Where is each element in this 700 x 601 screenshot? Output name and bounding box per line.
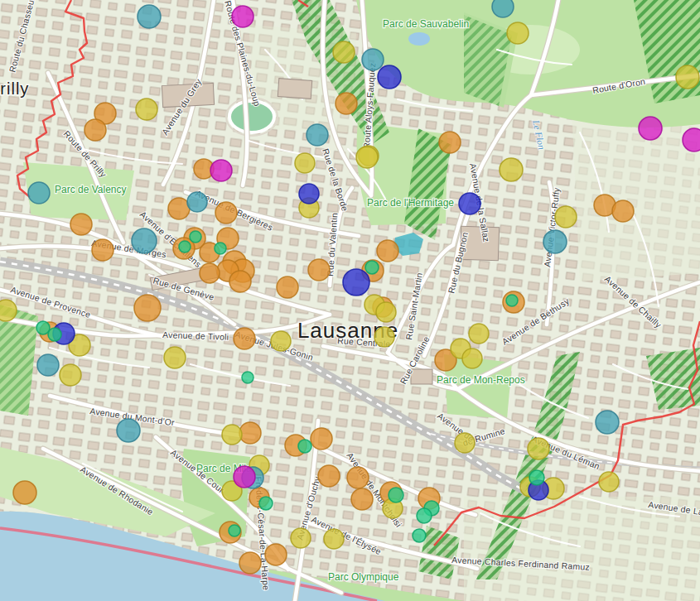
map-marker-yellow[interactable] [599,472,619,492]
map-marker-orange[interactable] [13,481,36,504]
map-marker-blue[interactable] [343,269,369,296]
map-marker-yellow[interactable] [374,327,394,347]
map-marker-yellow[interactable] [555,206,577,228]
map-marker-magenta[interactable] [210,160,232,181]
map-marker-green[interactable] [215,243,226,254]
map-marker-green[interactable] [242,372,253,383]
map-marker-orange[interactable] [215,202,237,224]
map-marker-yellow[interactable] [462,349,482,368]
map-marker-orange[interactable] [84,119,106,141]
map-marker-green[interactable] [529,470,544,485]
map-marker-teal[interactable] [117,419,140,442]
map-marker-yellow[interactable] [222,425,242,445]
map-marker-yellow[interactable] [271,331,291,351]
map-marker-orange[interactable] [70,214,92,235]
map-marker-yellow[interactable] [455,433,475,453]
map-marker-yellow[interactable] [291,528,311,548]
map-marker-magenta[interactable] [683,128,700,151]
park-label: Parc de Valency [55,184,127,195]
map-marker-green[interactable] [179,241,191,252]
map-marker-orange[interactable] [200,263,220,283]
map-marker-orange[interactable] [92,239,113,261]
map-marker-green[interactable] [417,508,432,523]
map-marker-teal[interactable] [187,192,207,212]
map-marker-teal[interactable] [28,182,50,204]
map-marker-yellow[interactable] [164,347,186,368]
map-marker-yellow[interactable] [469,324,489,344]
map-marker-yellow[interactable] [376,302,396,322]
map-marker-yellow[interactable] [324,529,344,549]
map-marker-green[interactable] [48,328,61,341]
map-marker-green[interactable] [389,488,403,502]
map-marker-yellow[interactable] [0,300,17,321]
sauvabelin-pond [408,32,430,46]
map-marker-yellow[interactable] [136,99,157,120]
map-marker-yellow[interactable] [295,153,315,173]
map-marker-magenta[interactable] [232,6,253,27]
map-marker-magenta[interactable] [234,466,255,488]
park-label: Parc de Mon-Repos [437,374,525,386]
map-marker-orange[interactable] [612,200,634,222]
map-marker-orange[interactable] [239,552,261,574]
map-marker-orange[interactable] [351,488,373,510]
map-marker-yellow[interactable] [676,65,699,89]
park-label: Parc de Sauvabelin [383,18,469,30]
map-marker-teal[interactable] [307,124,328,146]
map-marker-teal[interactable] [132,228,157,253]
map-marker-green[interactable] [365,261,379,274]
map-marker-green[interactable] [259,497,273,510]
map-marker-green[interactable] [229,525,240,536]
map-marker-teal[interactable] [362,49,384,70]
map-marker-orange[interactable] [134,295,161,321]
map-marker-teal[interactable] [138,5,161,28]
map-marker-green[interactable] [190,231,201,243]
map-marker-orange[interactable] [318,465,340,487]
map-marker-yellow[interactable] [507,22,529,44]
map-marker-orange[interactable] [311,428,332,450]
map-marker-magenta[interactable] [639,117,662,140]
map-marker-blue[interactable] [299,184,319,204]
map-marker-yellow[interactable] [356,147,378,168]
map-marker-orange[interactable] [439,132,461,153]
park-label: Parc Olympique [328,571,399,583]
map-marker-orange[interactable] [239,422,261,444]
map-marker-yellow[interactable] [500,158,523,181]
map-canvas: Route du ChasseurRoute de PrillyAvenue d… [0,0,700,601]
map-marker-blue[interactable] [378,65,401,89]
map-marker-yellow[interactable] [333,41,355,63]
map-marker-teal[interactable] [543,230,567,253]
pontaise-building [278,79,311,99]
map-marker-orange[interactable] [265,544,287,565]
map-marker-green[interactable] [298,440,311,453]
map-marker-green[interactable] [413,529,426,542]
map-marker-teal[interactable] [37,354,59,376]
map-marker-yellow[interactable] [528,438,549,459]
map-marker-orange[interactable] [377,240,398,262]
map-marker-orange[interactable] [229,271,251,292]
map-marker-orange[interactable] [277,276,298,298]
map-viewport[interactable]: Route du ChasseurRoute de PrillyAvenue d… [0,0,700,601]
map-marker-blue[interactable] [459,193,480,214]
map-marker-yellow[interactable] [60,364,81,386]
city-label: Prilly [0,79,29,98]
map-marker-orange[interactable] [168,198,190,219]
map-marker-green[interactable] [506,295,518,306]
map-marker-teal[interactable] [492,0,514,17]
map-marker-teal[interactable] [596,411,619,434]
map-marker-orange[interactable] [234,328,255,349]
map-marker-orange[interactable] [347,467,369,488]
stadium [226,98,278,136]
map-marker-orange[interactable] [336,93,357,114]
map-marker-orange[interactable] [308,259,330,281]
park-label: Parc de l'Hermitage [367,197,454,209]
